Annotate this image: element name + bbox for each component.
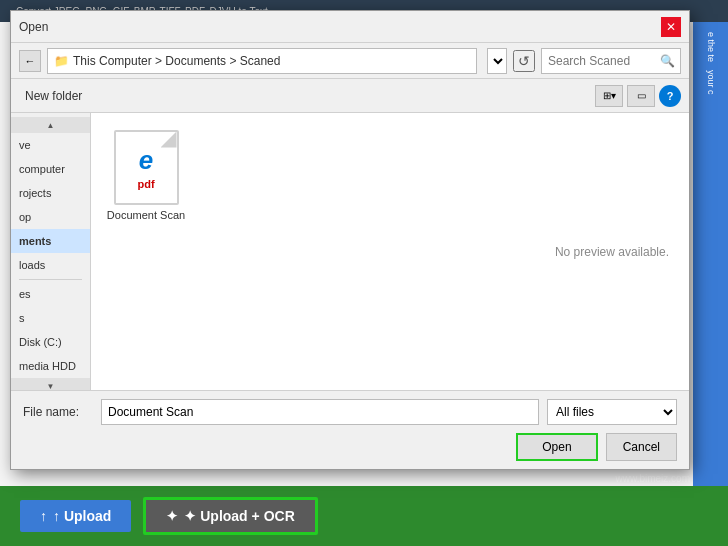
sidebar-item-5[interactable]: loads <box>11 253 90 277</box>
cancel-button[interactable]: Cancel <box>606 433 677 461</box>
filetype-dropdown[interactable]: All files <box>547 399 677 425</box>
breadcrumb-text: This Computer > Documents > Scaned <box>73 54 280 68</box>
dialog-toolbar: New folder ⊞▾ ▭ ? <box>11 79 689 113</box>
view-toggle-button[interactable]: ▭ <box>627 85 655 107</box>
pdf-icon-background: e pdf <box>114 130 179 205</box>
sidebar-item-disk-c[interactable]: Disk (C:) <box>11 330 90 354</box>
search-icon: 🔍 <box>660 54 675 68</box>
sidebar-item-6[interactable]: es <box>11 282 90 306</box>
dialog-content: ▲ ve computer rojects op ments loads es … <box>11 113 689 390</box>
view-list-button[interactable]: ⊞▾ <box>595 85 623 107</box>
breadcrumb-dropdown[interactable]: ▼ <box>487 48 507 74</box>
dialog-files: e pdf Document Scan No preview available… <box>91 113 689 390</box>
upload-ocr-button[interactable]: ✦ ✦ Upload + OCR <box>143 497 317 535</box>
file-name-label: Document Scan <box>107 209 185 221</box>
pdf-corner <box>161 132 177 148</box>
dialog-bottom: File name: All files Open Cancel <box>11 390 689 469</box>
sidebar-item-1[interactable]: computer <box>11 157 90 181</box>
sidebar-divider <box>19 279 82 280</box>
file-icon: e pdf <box>111 127 181 207</box>
dialog-titlebar: Open ✕ <box>11 11 689 43</box>
sidebar-item-3[interactable]: op <box>11 205 90 229</box>
sidebar-item-documents[interactable]: ments <box>11 229 90 253</box>
dialog-sidebar: ▲ ve computer rojects op ments loads es … <box>11 113 91 390</box>
search-container: 🔍 <box>541 48 681 74</box>
new-folder-button[interactable]: New folder <box>19 85 88 107</box>
pdf-label: pdf <box>137 178 154 190</box>
sidebar-item-media-hdd[interactable]: media HDD <box>11 354 90 378</box>
sidebar-scroll-down[interactable]: ▼ <box>11 378 90 390</box>
right-panel-note2: your c <box>706 70 716 95</box>
sidebar-item-0[interactable]: ve <box>11 133 90 157</box>
no-preview-text: No preview available. <box>555 245 669 259</box>
upload-ocr-label: ✦ Upload + OCR <box>184 508 294 524</box>
filename-input[interactable] <box>101 399 539 425</box>
back-button[interactable]: ← <box>19 50 41 72</box>
dialog-actions: Open Cancel <box>23 433 677 461</box>
sidebar-scroll-up[interactable]: ▲ <box>11 117 90 133</box>
site-sidebar-right: e the te your c <box>693 22 728 486</box>
open-button[interactable]: Open <box>516 433 597 461</box>
upload-icon: ↑ <box>40 508 47 524</box>
upload-button[interactable]: ↑ ↑ Upload <box>20 500 131 532</box>
help-button[interactable]: ? <box>659 85 681 107</box>
breadcrumb-folder-icon: 📁 <box>54 54 69 68</box>
right-panel-note1: e the te <box>706 32 716 62</box>
gear-icon: ✦ <box>166 508 178 524</box>
breadcrumb: 📁 This Computer > Documents > Scaned <box>47 48 477 74</box>
edge-logo-icon: e <box>139 145 153 176</box>
upload-label: ↑ Upload <box>53 508 111 524</box>
bottom-bar: ↑ ↑ Upload ✦ ✦ Upload + OCR <box>0 486 728 546</box>
dialog-close-button[interactable]: ✕ <box>661 17 681 37</box>
filename-label: File name: <box>23 405 93 419</box>
refresh-button[interactable]: ↺ <box>513 50 535 72</box>
sidebar-item-7[interactable]: s <box>11 306 90 330</box>
address-bar: ← 📁 This Computer > Documents > Scaned ▼… <box>11 43 689 79</box>
view-options: ⊞▾ ▭ ? <box>595 85 681 107</box>
dialog-title: Open <box>19 20 48 34</box>
file-item-document-scan[interactable]: e pdf Document Scan <box>101 123 191 225</box>
sidebar-item-2[interactable]: rojects <box>11 181 90 205</box>
file-open-dialog: Open ✕ ← 📁 This Computer > Documents > S… <box>10 10 690 470</box>
filename-row: File name: All files <box>23 399 677 425</box>
